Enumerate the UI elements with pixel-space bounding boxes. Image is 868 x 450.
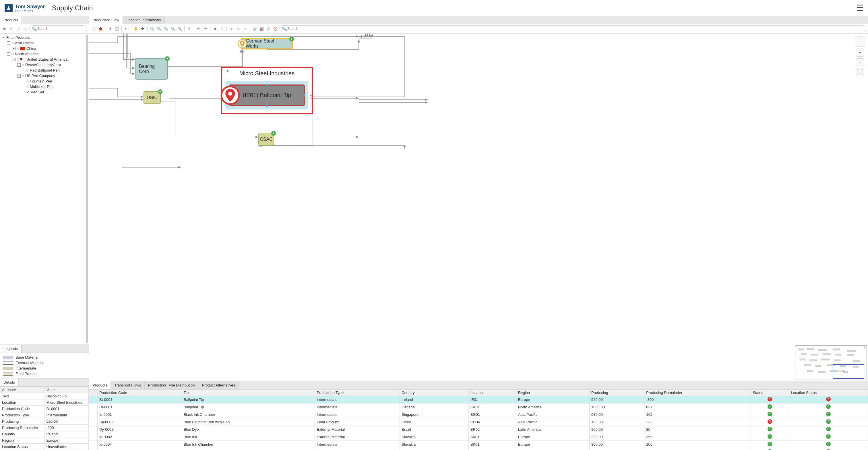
tab-ptd[interactable]: Production Type Distribution bbox=[145, 381, 198, 389]
canvas-search[interactable]: 🔍 bbox=[279, 25, 866, 32]
zoom-in-icon[interactable]: 🔍 bbox=[149, 26, 155, 32]
table-row[interactable]: In-0002Blue InkExternal MaterialSlovakia… bbox=[89, 433, 868, 441]
legends-panel: Legends Base MaterialExternal MaterialIn… bbox=[0, 344, 89, 378]
zoom-out-button[interactable]: − bbox=[856, 58, 864, 66]
tb-icon-f[interactable]: 🏭 bbox=[259, 26, 265, 32]
menu-button[interactable]: ☰ bbox=[856, 3, 863, 12]
redo-icon[interactable]: ↷ bbox=[203, 26, 208, 32]
tab-products-tree[interactable]: Products bbox=[0, 16, 22, 24]
table-header[interactable]: Location bbox=[468, 390, 516, 396]
node-bearing[interactable]: Bearing Corp + bbox=[135, 58, 168, 80]
node-usic[interactable]: USIC + bbox=[144, 91, 161, 104]
zoom-reset-icon[interactable]: 🔍 bbox=[177, 26, 183, 32]
tree-na[interactable]: − North America bbox=[0, 51, 89, 57]
details-row: Producing520.00 bbox=[0, 418, 89, 425]
tb-icon-e[interactable]: ⊹ bbox=[242, 26, 248, 32]
tree-asia[interactable]: − Asia Pacific bbox=[0, 40, 89, 46]
tb-icon-a[interactable]: ◈ bbox=[212, 26, 218, 32]
print-icon[interactable]: 🖨 bbox=[107, 26, 113, 32]
tree-redpen[interactable]: Red Ballpoint Pen bbox=[0, 67, 89, 73]
pan-control[interactable] bbox=[855, 36, 865, 47]
tb-icon-1[interactable]: 📄 bbox=[91, 26, 96, 32]
tab-legends[interactable]: Legends bbox=[0, 345, 22, 353]
tree-toggle[interactable]: − bbox=[17, 74, 21, 78]
undo-icon[interactable]: ↶ bbox=[196, 26, 202, 32]
tb-icon-b[interactable]: ⊡ bbox=[219, 26, 225, 32]
layout-icon[interactable]: ⊞ bbox=[186, 26, 192, 32]
table-header[interactable]: Status bbox=[751, 390, 789, 396]
tab-transport[interactable]: Transport Flows bbox=[111, 381, 145, 389]
tree-china[interactable]: + China bbox=[0, 46, 89, 51]
tb-icon-2[interactable]: 📥 bbox=[98, 26, 103, 32]
pointer-icon[interactable]: ↖ bbox=[123, 26, 129, 32]
plus-badge-icon[interactable]: + bbox=[289, 37, 294, 41]
tree-toggle[interactable]: − bbox=[12, 58, 16, 61]
table-row[interactable]: Ic-0001Black Ink ChamberIntermediateSing… bbox=[89, 411, 868, 418]
export-icon[interactable]: 📄 bbox=[89, 390, 98, 396]
tree-search[interactable]: 🔍 bbox=[29, 25, 87, 32]
tab-production-flow[interactable]: Production Flow bbox=[89, 16, 123, 24]
fullscreen-button[interactable]: ⛶ bbox=[856, 68, 864, 76]
tree-action-1-icon[interactable]: ⬚ bbox=[16, 26, 21, 31]
pan-icon[interactable]: ✋ bbox=[133, 26, 138, 32]
tab-location-interactions[interactable]: Location Interactions bbox=[123, 16, 164, 24]
tb-icon-c[interactable]: ⊹ bbox=[228, 26, 234, 32]
table-row[interactable]: Bt-0001Ballpoint TipIntermediateCanadaCA… bbox=[89, 403, 868, 411]
tree-toggle[interactable]: − bbox=[17, 63, 21, 67]
node-msi-selected[interactable]: Micro Steel Industries (IE01) Ballpoint … bbox=[221, 67, 313, 114]
tree-search-input[interactable] bbox=[37, 26, 84, 31]
minimap-viewport[interactable] bbox=[833, 364, 864, 379]
tree-multi[interactable]: Multicolor Pen bbox=[0, 84, 89, 89]
tb-icon-d[interactable]: ⊹ bbox=[236, 26, 241, 32]
table-header[interactable]: Production Code bbox=[98, 390, 182, 396]
details-row: Location StatusUnavailable bbox=[0, 444, 89, 450]
zoom-in-button[interactable]: + bbox=[856, 49, 864, 57]
expand-all-icon[interactable]: ⊞ bbox=[2, 26, 7, 31]
collapse-all-icon[interactable]: ⊟ bbox=[9, 26, 14, 31]
tree-toggle[interactable]: − bbox=[2, 36, 5, 39]
tree-reuse[interactable]: − ReuseStationeryCorp bbox=[0, 62, 89, 67]
plus-badge-icon[interactable]: + bbox=[271, 131, 276, 136]
plus-badge-icon[interactable]: + bbox=[158, 89, 162, 94]
cart-icon[interactable]: 🛒 bbox=[266, 26, 271, 32]
zoom-sel-icon[interactable]: 🔍 bbox=[170, 26, 176, 32]
table-header[interactable]: Text bbox=[182, 390, 315, 396]
canvas-search-input[interactable] bbox=[287, 26, 864, 31]
table-header[interactable]: Producing bbox=[589, 390, 644, 396]
tree-uspen[interactable]: − US Pen Company bbox=[0, 73, 89, 79]
table-row[interactable]: Bp-0002Blue Ballpoint Pen with CapFinal … bbox=[89, 418, 868, 426]
scrollbar[interactable] bbox=[86, 35, 88, 343]
tree-toggle[interactable]: + bbox=[12, 47, 16, 50]
tree-usa[interactable]: − United States of America bbox=[0, 57, 89, 62]
table-header[interactable]: Country bbox=[400, 390, 469, 396]
table-header[interactable]: Location Status bbox=[789, 390, 868, 396]
minimap[interactable]: ✕ bbox=[795, 345, 867, 380]
table-row[interactable]: Pc-0002Blue Pen CoreIntermediateSingapor… bbox=[89, 448, 868, 450]
table-row[interactable]: Bt-0001Ballpoint TipIntermediateIrelandI… bbox=[89, 396, 868, 403]
tree-action-2-icon[interactable]: ⬚ bbox=[22, 26, 28, 31]
tree-penset[interactable]: ✔ Pen Set bbox=[0, 89, 89, 95]
table-row[interactable]: Dy-0002Blue DyeExternal MaterialBrazilBR… bbox=[89, 426, 868, 433]
tree-toggle[interactable]: − bbox=[7, 52, 10, 56]
node-gsw[interactable]: German Steel Works + bbox=[241, 38, 293, 50]
node-csac[interactable]: CSAC + bbox=[258, 133, 274, 146]
tab-pa[interactable]: Product Alternatives bbox=[198, 381, 239, 389]
tree-fountain[interactable]: Fountain Pen bbox=[0, 79, 89, 84]
tab-details[interactable]: Details bbox=[0, 378, 19, 386]
zoom-fit-icon[interactable]: 🔍 bbox=[163, 26, 169, 32]
tree-root[interactable]: − Final Products bbox=[0, 35, 89, 40]
table-header[interactable]: Producing Remainder bbox=[644, 390, 751, 396]
tab-products-table[interactable]: Products bbox=[89, 381, 111, 389]
move-icon[interactable]: ✥ bbox=[140, 26, 146, 32]
table-header[interactable]: Region bbox=[516, 390, 589, 396]
plus-badge-icon[interactable]: + bbox=[165, 56, 169, 61]
canvas[interactable]: Bearing Corp + USIC + German Steel Works… bbox=[89, 34, 868, 381]
tb-icon-g[interactable]: 🚫 bbox=[272, 26, 278, 32]
tb-icon-4[interactable]: 📋 bbox=[114, 26, 120, 32]
tree[interactable]: − Final Products − Asia Pacific + China … bbox=[0, 34, 89, 344]
tree-toggle[interactable]: − bbox=[7, 41, 10, 45]
chart-icon[interactable]: 📊 bbox=[252, 26, 257, 32]
table-row[interactable]: Ic-0004Blue Ink ChamberIntermediateSlova… bbox=[89, 441, 868, 448]
table-header[interactable]: Production Type bbox=[315, 390, 400, 396]
zoom-out-icon[interactable]: 🔍 bbox=[156, 26, 162, 32]
